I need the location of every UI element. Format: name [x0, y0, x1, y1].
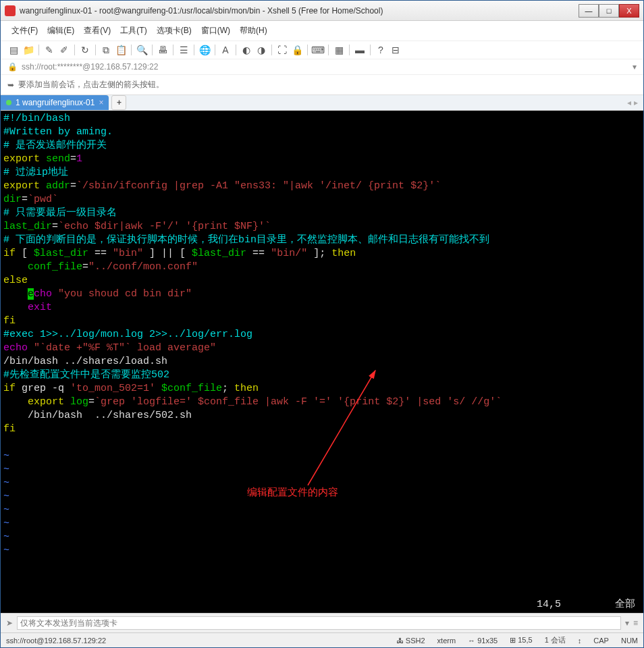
new-icon[interactable]: ▤ [7, 44, 20, 56]
terminal-line: #Written by aming. [3, 126, 641, 139]
about-icon[interactable]: ⊟ [390, 44, 402, 56]
tab-close-icon[interactable]: × [99, 98, 103, 107]
keyboard-icon[interactable]: ⌨ [312, 44, 324, 56]
terminal-line: exit [3, 301, 641, 315]
script2-icon[interactable]: ◑ [255, 44, 267, 56]
search-icon[interactable]: 🔍 [136, 44, 148, 56]
menu-item[interactable]: 文件(F) [7, 24, 42, 38]
tab-prev-icon[interactable]: ◂ [627, 98, 631, 107]
help-icon[interactable]: ? [375, 44, 387, 56]
menu-item[interactable]: 窗口(W) [197, 24, 234, 38]
wand-icon[interactable]: ✎ [43, 44, 55, 56]
session-tab[interactable]: 1 wangruifenglinux-01 × [1, 95, 109, 110]
terminal-line: else [3, 274, 641, 288]
vim-status: 14,5 全部 [537, 598, 635, 612]
status-ssh: 🖧 SSH2 [396, 637, 425, 645]
tip-text: 要添加当前会话，点击左侧的箭头按钮。 [18, 79, 164, 90]
vim-tilde: ~ [3, 490, 641, 504]
status-sessions: 1 会话 [545, 635, 566, 645]
toolbar: ▤ 📁 ✎ ✐ ↻ ⧉ 📋 🔍 🖶 ☰ 🌐 A ◐ ◑ ⛶ 🔒 ⌨ ▦ ▬ ? … [1, 41, 643, 59]
reconnect-icon[interactable]: ↻ [79, 44, 91, 56]
status-address: ssh://root@192.168.57.129:22 [6, 637, 384, 645]
address-bar: 🔒 ssh://root:********@192.168.57.129:22 … [1, 59, 643, 75]
terminal-line: export log=`grep 'logfile=' $conf_file |… [3, 396, 641, 409]
terminal-line: if [ $last_dir == "bin" ] || [ $last_dir… [3, 247, 641, 261]
menu-item[interactable]: 选项卡(B) [153, 24, 196, 38]
vim-tilde: ~ [3, 504, 641, 517]
tab-next-icon[interactable]: ▸ [634, 98, 638, 107]
terminal-line: # 过滤ip地址 [3, 166, 641, 180]
send-dropdown-icon[interactable]: ▾ [625, 618, 629, 628]
print-icon[interactable]: 🖶 [157, 44, 169, 56]
terminal-line: fi [3, 315, 641, 328]
terminal-line: #exec 1>>../log/mon.log 2>>../log/err.lo… [3, 328, 641, 342]
font-icon[interactable]: A [219, 44, 232, 56]
address-text[interactable]: ssh://root:********@192.168.57.129:22 [22, 62, 158, 72]
maximize-button[interactable]: □ [599, 4, 619, 18]
menu-item[interactable]: 帮助(H) [236, 24, 271, 38]
props-icon[interactable]: ☰ [178, 44, 190, 56]
terminal-line: if grep -q 'to_mon_502=1' $conf_file; th… [3, 382, 641, 396]
vim-tilde: ~ [3, 477, 641, 490]
send-icon[interactable]: ➤ [6, 618, 13, 628]
vim-tilde: ~ [3, 463, 641, 477]
app-window: wangruifenglinux-01 - root@wangruifeng-0… [0, 0, 644, 648]
app-icon [5, 5, 16, 16]
address-dropdown-icon[interactable]: ▾ [633, 62, 637, 72]
titlebar: wangruifenglinux-01 - root@wangruifeng-0… [1, 1, 643, 21]
tile-icon[interactable]: ▬ [354, 44, 366, 56]
menubar: 文件(F)编辑(E)查看(V)工具(T)选项卡(B)窗口(W)帮助(H) [1, 21, 643, 41]
vim-tilde: ~ [3, 450, 641, 463]
cursor-position: 14,5 [537, 598, 561, 612]
terminal-line: # 下面的判断目的是，保证执行脚本的时候，我们在bin目录里，不然监控脚本、邮件… [3, 234, 641, 247]
terminal-line: export addr=`/sbin/ifconfig |grep -A1 "e… [3, 180, 641, 193]
status-pos: ⊞ 15,5 [510, 636, 532, 645]
send-menu-icon[interactable]: ≡ [633, 618, 638, 628]
menu-item[interactable]: 查看(V) [80, 24, 115, 38]
paste-icon[interactable]: 📋 [115, 44, 127, 56]
terminal-line: # 只需要最后一级目录名 [3, 207, 641, 220]
status-cap: CAP [593, 637, 609, 645]
open-icon[interactable]: 📁 [22, 44, 34, 56]
tip-bar: ➥ 要添加当前会话，点击左侧的箭头按钮。 [1, 75, 643, 95]
status-dot-icon [6, 100, 11, 105]
window-title: wangruifenglinux-01 - root@wangruifeng-0… [20, 6, 579, 16]
terminal-line: # 是否发送邮件的开关 [3, 139, 641, 153]
script1-icon[interactable]: ◐ [240, 44, 252, 56]
menu-item[interactable]: 编辑(E) [43, 24, 78, 38]
terminal-line: fi [3, 423, 641, 436]
status-term: xterm [437, 637, 456, 645]
tab-nav: ◂ ▸ [627, 98, 643, 107]
new-tab-button[interactable]: + [111, 95, 126, 110]
tab-bar: 1 wangruifenglinux-01 × + ◂ ▸ [1, 95, 643, 111]
lock-icon[interactable]: 🔒 [291, 44, 303, 56]
terminal[interactable]: #!/bin/bash#Written by aming.# 是否发送邮件的开关… [1, 111, 643, 613]
terminal-line: dir=`pwd` [3, 193, 641, 207]
tab-label: 1 wangruifenglinux-01 [16, 98, 95, 107]
scroll-indicator: 全部 [615, 598, 635, 612]
status-size: ↔ 91x35 [468, 637, 498, 645]
minimize-button[interactable]: — [579, 4, 599, 18]
fullscreen-icon[interactable]: ⛶ [276, 44, 288, 56]
menu-item[interactable]: 工具(T) [116, 24, 151, 38]
close-button[interactable]: X [619, 4, 639, 18]
grid-icon[interactable]: ▦ [333, 44, 345, 56]
status-trans: ↕ [578, 637, 582, 645]
arrow-add-icon[interactable]: ➥ [7, 80, 14, 90]
terminal-line: export send=1 [3, 153, 641, 166]
terminal-line: /bin/bash ../shares/502.sh [3, 409, 641, 423]
globe-icon[interactable]: 🌐 [198, 44, 211, 56]
lock-small-icon: 🔒 [7, 62, 18, 72]
copy-icon[interactable]: ⧉ [100, 44, 112, 56]
terminal-line: #!/bin/bash [3, 112, 641, 126]
terminal-line: echo "`date +"%F %T"` load average" [3, 342, 641, 355]
terminal-line: #先检查配置文件中是否需要监控502 [3, 369, 641, 382]
send-input[interactable] [17, 616, 621, 630]
window-controls: — □ X [579, 4, 639, 18]
brush-icon[interactable]: ✐ [58, 44, 70, 56]
vim-tilde: ~ [3, 531, 641, 544]
terminal-line: last_dir=`echo $dir|awk -F'/' '{print $N… [3, 220, 641, 234]
terminal-line: /bin/bash ../shares/load.sh [3, 355, 641, 369]
terminal-line: conf_file="../conf/mon.conf" [3, 261, 641, 274]
status-bar: ssh://root@192.168.57.129:22 🖧 SSH2 xter… [1, 632, 643, 647]
